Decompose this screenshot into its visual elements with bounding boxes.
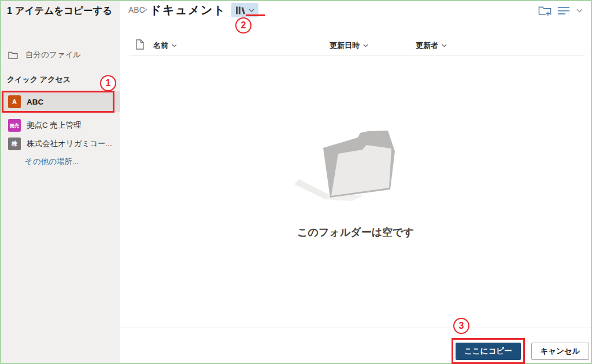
dialog-title: 1 アイテムをコピーする: [7, 3, 117, 18]
footer-divider: [120, 328, 591, 328]
folder-icon: [8, 51, 18, 59]
sidebar-item-abc[interactable]: A ABC: [1, 91, 120, 112]
toolbar: [538, 5, 583, 17]
column-label: 名前: [153, 40, 168, 51]
breadcrumb-separator: >: [143, 5, 147, 14]
copy-dialog: 1 アイテムをコピーする 自分のファイル クイック アクセス A ABC 拠売 …: [0, 0, 592, 364]
copy-here-button[interactable]: ここにコピー: [456, 343, 521, 360]
chevron-down-icon: [442, 44, 447, 47]
site-tile-initials: 拠売: [10, 122, 19, 129]
new-folder-icon[interactable]: [538, 5, 552, 17]
site-label: 拠点C 売上管理: [27, 120, 82, 131]
chevron-down-icon: [249, 9, 254, 12]
site-label: 株式会社オリガミコー...: [27, 139, 112, 149]
annotation-number: 1: [106, 78, 111, 88]
annotation-underline-2: [246, 14, 265, 16]
annotation-badge-1: 1: [100, 75, 116, 91]
sidebar-item-origami[interactable]: 株 株式会社オリガミコー...: [1, 133, 120, 154]
sidebar-item-kyoten-c[interactable]: 拠売 拠点C 売上管理: [1, 115, 120, 136]
column-header-name[interactable]: 名前: [153, 40, 177, 51]
breadcrumb-current: ドキュメント: [150, 2, 226, 18]
main-area: ABC > ドキュメント 2: [120, 1, 591, 363]
empty-folder-message: このフォルダーは空です: [120, 225, 591, 239]
library-icon: [235, 6, 246, 15]
empty-folder-illustration: [293, 129, 415, 225]
sort-view-icon[interactable]: [558, 6, 570, 16]
site-tile-abc: A: [8, 95, 21, 108]
annotation-badge-3: 3: [453, 318, 469, 334]
chevron-down-icon: [363, 44, 368, 47]
annotation-number: 2: [241, 20, 246, 31]
site-label: ABC: [27, 98, 43, 106]
column-label: 更新日時: [330, 40, 360, 51]
site-tile-initials: 株: [12, 140, 17, 148]
sidebar-item-my-files[interactable]: 自分のファイル: [8, 49, 112, 61]
quick-access-heading: クイック アクセス: [7, 75, 71, 85]
more-places-link[interactable]: その他の場所...: [25, 157, 79, 167]
annotation-badge-2: 2: [235, 17, 251, 34]
column-label: 更新者: [416, 40, 438, 51]
site-tile-initials: A: [12, 98, 17, 105]
site-tile-kyoten: 拠売: [8, 119, 21, 132]
site-tile-origami: 株: [8, 138, 21, 150]
my-files-label: 自分のファイル: [25, 50, 81, 60]
file-type-column-icon: [136, 39, 144, 50]
chevron-down-icon[interactable]: [576, 9, 583, 13]
column-header-modified-by[interactable]: 更新者: [416, 40, 447, 51]
header-divider: [130, 55, 585, 56]
chevron-down-icon: [172, 44, 177, 47]
column-header-modified[interactable]: 更新日時: [330, 40, 368, 51]
sidebar: 1 アイテムをコピーする 自分のファイル クイック アクセス A ABC 拠売 …: [1, 1, 120, 363]
cancel-button[interactable]: キャンセル: [531, 343, 589, 360]
annotation-number: 3: [459, 321, 464, 331]
